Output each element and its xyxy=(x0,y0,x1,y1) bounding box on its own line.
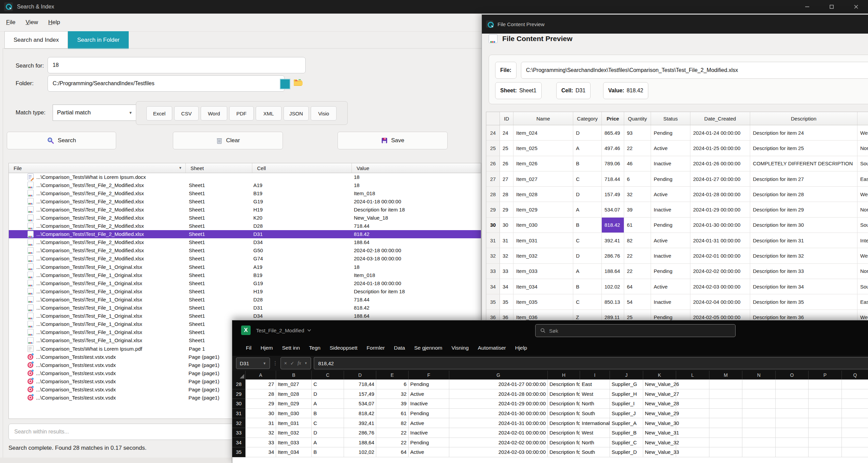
cell-E[interactable]: 6 xyxy=(376,379,409,389)
preview-row[interactable]: 24 24 Item_024 D 865.49 93 Pending 2024-… xyxy=(486,125,868,141)
cell-M[interactable] xyxy=(709,399,742,409)
cell-I[interactable]: North xyxy=(580,438,610,448)
excel-document-title[interactable]: Test_File_2_Modified xyxy=(256,328,311,333)
filetype-json-button[interactable]: JSON xyxy=(284,106,309,121)
cell-category[interactable]: B xyxy=(573,156,602,171)
column-header-id[interactable]: ID xyxy=(500,112,513,125)
cell-id[interactable]: 29 xyxy=(500,202,513,217)
cell-M[interactable] xyxy=(709,389,742,399)
cell-category[interactable]: D xyxy=(573,187,602,202)
cell-B[interactable]: Item_031 xyxy=(276,418,312,428)
result-row[interactable]: ...\Comparison_Tests\Test_File_2_Modifie… xyxy=(9,189,481,197)
menu-file[interactable]: File xyxy=(6,19,15,26)
cell-D[interactable]: 286,76 xyxy=(344,428,376,438)
cell-description[interactable]: Description for item 33 xyxy=(750,264,857,279)
cell-I[interactable]: South xyxy=(580,447,610,457)
cell-name[interactable]: Item_029 xyxy=(513,202,573,217)
cell-status[interactable]: Inactive xyxy=(651,294,690,309)
cell-E[interactable]: 82 xyxy=(376,418,409,428)
clear-button[interactable]: Clear xyxy=(173,132,283,149)
ribbon-tab-formler[interactable]: Formler xyxy=(367,345,385,351)
cell-id[interactable]: 34 xyxy=(500,279,513,294)
cell-description[interactable]: Description for item 29 xyxy=(750,202,857,217)
cell-category[interactable]: A xyxy=(573,141,602,155)
cell-price[interactable]: 850.13 xyxy=(602,294,624,309)
cell-quantity[interactable]: 64 xyxy=(624,279,651,294)
cell-G[interactable]: 2024-01-27 00:00:00 xyxy=(449,379,548,389)
cell-quantity[interactable]: 46 xyxy=(624,156,651,171)
cell-quantity[interactable]: 6 xyxy=(624,171,651,186)
cell-F[interactable]: Inactive xyxy=(409,399,449,409)
cell-date-created[interactable]: 2024-01-24 00:00:00 xyxy=(690,125,750,140)
cell-D[interactable]: 392,41 xyxy=(344,418,376,428)
cell-category[interactable]: A xyxy=(573,202,602,217)
cell-I[interactable]: North xyxy=(580,399,610,409)
preview-row[interactable]: 26 26 Item_026 B 789.06 46 Inactive 2024… xyxy=(486,156,868,171)
cell-F[interactable]: Pending xyxy=(409,409,449,419)
cell-date-created[interactable]: 2024-01-26 00:00:00 xyxy=(690,156,750,171)
filetype-xml-button[interactable]: XML xyxy=(256,106,282,121)
cell-D[interactable]: 718,44 xyxy=(344,379,376,389)
column-header-value[interactable]: Value xyxy=(352,163,481,173)
cell-A[interactable]: 34 xyxy=(246,447,276,457)
cell-B[interactable]: Item_032 xyxy=(276,428,312,438)
cell-date-created[interactable]: 2024-02-04 00:00:00 xyxy=(690,294,750,309)
cell-status[interactable]: Pending xyxy=(651,171,690,186)
cell-region[interactable]: West xyxy=(857,187,868,202)
cell-H[interactable]: Description for item 30 xyxy=(548,409,580,419)
cell-region[interactable]: International xyxy=(857,233,868,248)
column-header-G[interactable]: G xyxy=(449,371,548,379)
cell-date-created[interactable]: 2024-01-29 00:00:00 xyxy=(690,202,750,217)
cell-name[interactable]: Item_028 xyxy=(513,187,573,202)
cell-id[interactable]: 24 xyxy=(500,125,513,140)
column-header-status[interactable]: Status xyxy=(651,112,690,125)
column-header-category[interactable]: Category xyxy=(573,112,602,125)
row-header[interactable]: 34 xyxy=(232,438,246,448)
cell-id[interactable]: 28 xyxy=(500,187,513,202)
cell-J[interactable]: Supplier_I xyxy=(610,399,643,409)
cell-O[interactable] xyxy=(776,379,809,389)
ribbon-tab-se-gjennom[interactable]: Se gjennom xyxy=(414,345,442,351)
cell-category[interactable]: C xyxy=(573,233,602,248)
cell-E[interactable]: 64 xyxy=(376,447,409,457)
cell-F[interactable]: Inactive xyxy=(409,428,449,438)
cell-H[interactable]: Description for item 33 xyxy=(548,438,580,448)
column-header-B[interactable]: B xyxy=(276,371,312,379)
result-row[interactable]: ...\Comparison_Tests\Test_File_2_Modifie… xyxy=(9,205,481,214)
result-row[interactable]: ...\Comparison_Tests\Test_File_2_Modifie… xyxy=(9,197,481,205)
cell-H[interactable]: Description for item 32 xyxy=(548,428,580,438)
filetype-word-button[interactable]: Word xyxy=(201,106,227,121)
column-header-D[interactable]: D xyxy=(344,371,376,379)
cell-description[interactable]: Description for item 28 xyxy=(750,187,857,202)
cell-C[interactable]: A xyxy=(312,399,344,409)
cell-price[interactable]: 188.64 xyxy=(602,264,624,279)
cell-K[interactable]: New_Value_32 xyxy=(643,438,676,448)
column-header-E[interactable]: E xyxy=(376,371,409,379)
cell-date-created[interactable]: 2024-01-31 00:00:00 xyxy=(690,233,750,248)
menu-help[interactable]: Help xyxy=(48,19,60,26)
cell-F[interactable]: Pending xyxy=(409,379,449,389)
cell-N[interactable] xyxy=(742,428,776,438)
result-row[interactable]: ...\Comparison_Tests\Test_File_1_Origina… xyxy=(9,304,481,312)
result-row[interactable]: ...\Comparison_Tests\Test_File_2_Modifie… xyxy=(9,230,481,238)
cell-A[interactable]: 28 xyxy=(246,389,276,399)
cell-J[interactable]: Supplier_C xyxy=(610,438,643,448)
ribbon-tab-tegn[interactable]: Tegn xyxy=(309,345,321,351)
cell-P[interactable] xyxy=(809,389,842,399)
cell-C[interactable]: C xyxy=(312,418,344,428)
cell-I[interactable]: International xyxy=(580,418,610,428)
column-header-L[interactable]: L xyxy=(676,371,709,379)
column-header-cell[interactable]: Cell xyxy=(252,163,352,173)
cell-N[interactable] xyxy=(742,389,776,399)
ribbon-tab-visning[interactable]: Visning xyxy=(451,345,469,351)
cell-D[interactable]: 534,07 xyxy=(344,399,376,409)
cell-region[interactable]: South xyxy=(857,279,868,294)
cell-N[interactable] xyxy=(742,418,776,428)
row-header[interactable]: 29 xyxy=(232,389,246,399)
preview-row[interactable]: 33 33 Item_033 A 188.64 22 Pending 2024-… xyxy=(486,264,868,279)
cell-L[interactable] xyxy=(676,389,709,399)
cell-B[interactable]: Item_029 xyxy=(276,399,312,409)
cell-C[interactable]: B xyxy=(312,447,344,457)
cell-G[interactable]: 2024-01-30 00:00:00 xyxy=(449,409,548,419)
cell-id[interactable]: 30 xyxy=(500,218,513,233)
